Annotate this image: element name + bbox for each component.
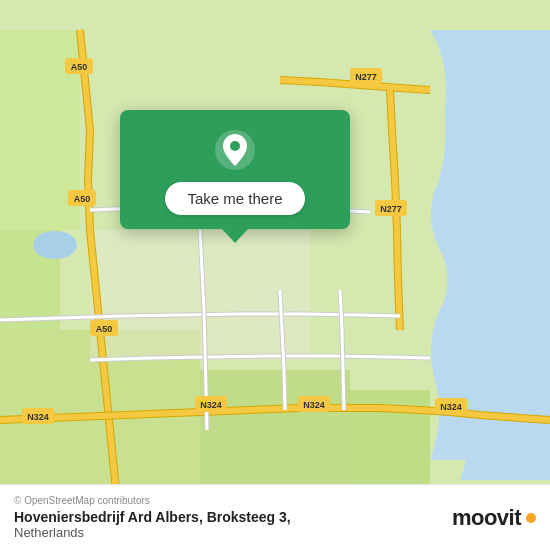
- location-info: © OpenStreetMap contributors Hoveniersbe…: [14, 495, 291, 540]
- location-popup: Take me there: [120, 110, 350, 229]
- n324-far-label: N324: [440, 402, 462, 412]
- a50-bot-label: A50: [96, 324, 113, 334]
- osm-credit: © OpenStreetMap contributors: [14, 495, 291, 506]
- bottom-bar: © OpenStreetMap contributors Hoveniersbe…: [0, 484, 550, 550]
- take-me-there-button[interactable]: Take me there: [165, 182, 304, 215]
- moovit-text: moovit: [452, 505, 521, 531]
- location-name: Hoveniersbedrijf Ard Albers, Broksteeg 3…: [14, 509, 291, 525]
- map-svg: A50 A50 A50 N277 N277 N324 N324 N324 N32…: [0, 0, 550, 550]
- n324-center-right-label: N324: [303, 400, 325, 410]
- svg-point-6: [33, 231, 77, 259]
- location-country: Netherlands: [14, 525, 291, 540]
- map-container: A50 A50 A50 N277 N277 N324 N324 N324 N32…: [0, 0, 550, 550]
- a50-top-label: A50: [71, 62, 88, 72]
- n324-mid-label: N324: [200, 400, 222, 410]
- pin-icon: [213, 128, 257, 172]
- a50-mid-label: A50: [74, 194, 91, 204]
- moovit-logo: moovit: [452, 505, 536, 531]
- n277-mid-label: N277: [380, 204, 402, 214]
- svg-point-18: [230, 141, 240, 151]
- n324-left-label: N324: [27, 412, 49, 422]
- n277-top-label: N277: [355, 72, 377, 82]
- moovit-dot: [526, 513, 536, 523]
